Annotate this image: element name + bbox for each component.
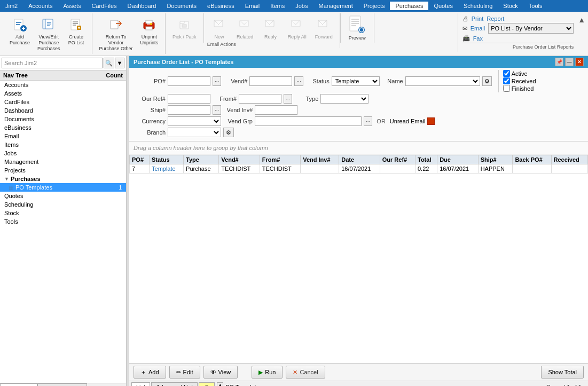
sidebar-item-items[interactable]: Items (0, 140, 126, 149)
po-input[interactable] (168, 76, 210, 86)
type-select[interactable]: Purchase Template (320, 94, 369, 104)
col-status[interactable]: Status (150, 155, 184, 164)
menu-items[interactable]: Items (265, 2, 290, 10)
finished-checkbox[interactable] (503, 85, 510, 92)
sidebar-expand-btn[interactable]: » (120, 383, 126, 386)
collapse-toolbar-btn[interactable]: ▲ (578, 13, 585, 24)
fax-link[interactable]: Fax (473, 35, 483, 42)
advanced-list-tab[interactable]: Advanced List (151, 382, 198, 386)
menu-accounts[interactable]: Accounts (23, 2, 58, 10)
col-from[interactable]: From# (260, 155, 300, 164)
col-ourref[interactable]: Our Ref# (380, 155, 415, 164)
edit-button[interactable]: ✏ Edit (169, 366, 200, 379)
col-due[interactable]: Due (437, 155, 479, 164)
vend-dots-btn[interactable]: ··· (294, 76, 303, 86)
create-po-button[interactable]: Create PO List (64, 14, 89, 48)
forward-button[interactable]: Forward (311, 14, 336, 42)
sidebar-item-dashboard[interactable]: Dashboard (0, 106, 126, 115)
col-date[interactable]: Date (339, 155, 380, 164)
email-link[interactable]: Email (471, 25, 485, 31)
sidebar-item-po-templates[interactable]: ▦ PO Templates 1 (0, 183, 126, 192)
col-type[interactable]: Type (184, 155, 219, 164)
menu-cardfiles[interactable]: CardFiles (87, 2, 122, 10)
sidebar-item-projects[interactable]: Projects (0, 166, 126, 175)
unread-email-checkbox[interactable] (427, 117, 435, 125)
pin-btn[interactable]: 📌 (555, 58, 563, 66)
po-dots-btn[interactable]: ··· (213, 76, 221, 86)
report-select[interactable]: PO List - By Vendor PO List - By Date PO… (488, 23, 574, 34)
menu-quotes[interactable]: Quotes (428, 2, 458, 10)
status-select[interactable]: Template Active Received Finished (332, 76, 380, 86)
menu-ebusiness[interactable]: eBusiness (202, 2, 240, 10)
run-button[interactable]: ▶ Run (252, 366, 283, 379)
ship-dots-btn[interactable]: ··· (213, 105, 221, 115)
sidebar-item-stock[interactable]: Stock (0, 209, 126, 217)
view-edit-button[interactable]: View/Edit Purchase Purchases (34, 14, 64, 53)
our-ref-input[interactable] (168, 94, 210, 104)
related-button[interactable]: Related (233, 14, 257, 42)
navigation-tab[interactable]: Navigation (0, 383, 37, 386)
vend-grp-input[interactable] (255, 116, 362, 126)
col-total[interactable]: Total (415, 155, 437, 164)
sidebar-item-cardfiles[interactable]: CardFiles (0, 98, 126, 106)
sidebar-item-purchases[interactable]: ▼ Purchases (0, 175, 126, 183)
table-row[interactable]: 7 Template Purchase TECHDIST TECHDIST 16… (130, 164, 588, 174)
col-po[interactable]: PO# (130, 155, 150, 164)
from-input[interactable] (239, 94, 281, 104)
unprint-button[interactable]: Unprint Unprints (137, 14, 162, 48)
menu-stock[interactable]: Stock (498, 2, 523, 10)
menu-scheduling[interactable]: Scheduling (458, 2, 498, 10)
search-input[interactable] (2, 58, 103, 68)
col-vend[interactable]: Vend# (219, 155, 260, 164)
print-link[interactable]: Print (472, 15, 484, 22)
spin-up-btn[interactable]: ▲ (217, 382, 223, 386)
from-dots-btn[interactable]: ··· (284, 94, 292, 104)
reply-button[interactable]: Reply (258, 14, 283, 42)
menu-documents[interactable]: Documents (161, 2, 202, 10)
sidebar-item-tools[interactable]: Tools (0, 217, 126, 226)
sidebar-item-ebusiness[interactable]: eBusiness (0, 123, 126, 132)
sidebar-item-jobs[interactable]: Jobs (0, 149, 126, 157)
search-results-tab[interactable]: Search Results (37, 383, 87, 386)
menu-jobs[interactable]: Jobs (290, 2, 313, 10)
menu-assets[interactable]: Assets (58, 2, 86, 10)
received-checkbox[interactable] (503, 77, 510, 84)
sidebar-item-documents[interactable]: Documents (0, 115, 126, 123)
branch-gear-btn[interactable]: ⚙ (223, 128, 234, 137)
name-select[interactable] (405, 76, 480, 86)
sidebar-item-assets[interactable]: Assets (0, 89, 126, 98)
search-dropdown-btn[interactable]: ▼ (115, 58, 124, 68)
active-checkbox[interactable] (503, 70, 510, 77)
menu-email[interactable]: Email (240, 2, 265, 10)
view-button[interactable]: 👁 View (203, 366, 238, 379)
add-purchase-button[interactable]: Add Purchase (6, 14, 34, 48)
add-button[interactable]: ＋ Add (134, 366, 166, 379)
menu-management[interactable]: Management (313, 2, 358, 10)
sidebar-item-email[interactable]: Email (0, 132, 126, 140)
report-link-text[interactable]: Report (487, 15, 504, 22)
menu-projects[interactable]: Projects (358, 2, 390, 10)
menu-purchases[interactable]: Purchases (390, 2, 428, 10)
ship-input[interactable] (168, 105, 210, 115)
minimize-btn[interactable]: — (565, 58, 574, 66)
branch-select[interactable] (168, 128, 221, 137)
col-vendinv[interactable]: Vend Inv# (301, 155, 339, 164)
reply-all-button[interactable]: Reply All (284, 14, 310, 42)
col-backpo[interactable]: Back PO# (513, 155, 551, 164)
menu-jim2[interactable]: Jim2 (0, 2, 23, 10)
vend-input[interactable] (249, 76, 292, 86)
vend-inv-input[interactable] (255, 105, 297, 115)
preview-button[interactable]: Preview (344, 13, 371, 43)
name-gear-btn[interactable]: ⚙ (482, 76, 492, 86)
col-received[interactable]: Received (551, 155, 587, 164)
show-total-button[interactable]: Show Total (541, 366, 584, 379)
return-vendor-button[interactable]: Return To Vendor Purchase Other (96, 14, 137, 53)
tab-number-input[interactable] (199, 382, 215, 386)
pick-pack-button[interactable]: Pick / Pack (169, 14, 200, 42)
sidebar-item-accounts[interactable]: Accounts (0, 81, 126, 89)
menu-tools[interactable]: Tools (523, 2, 548, 10)
close-btn[interactable]: ✕ (575, 58, 584, 66)
currency-select[interactable] (168, 116, 221, 126)
sidebar-item-management[interactable]: Management (0, 157, 126, 166)
cancel-button[interactable]: ✕ Cancel (286, 366, 325, 379)
